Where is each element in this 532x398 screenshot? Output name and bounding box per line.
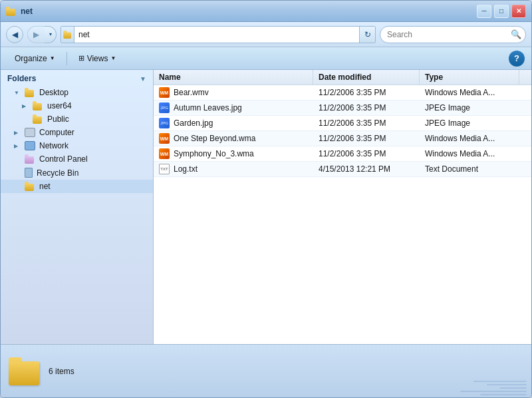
sidebar-label-recycle-bin: Recycle Bin	[37, 168, 78, 178]
file-name: Log.txt	[174, 164, 198, 174]
file-date-cell: 11/2/2006 3:35 PM	[313, 86, 420, 99]
file-size-cell: 505 KB	[519, 116, 531, 130]
file-date-cell: 11/2/2006 3:35 PM	[313, 116, 420, 130]
views-arrow: ▼	[110, 55, 116, 61]
bottom-folder-icon	[9, 357, 41, 385]
sidebar-item-recycle-bin[interactable]: Recycle Bin	[1, 166, 153, 180]
sidebar-label-computer: Computer	[39, 128, 74, 137]
expander-user64[interactable]: ▶	[22, 103, 29, 109]
file-type-cell: Windows Media A...	[420, 86, 519, 99]
status-bar: 6 items	[1, 344, 531, 397]
maximize-button[interactable]: □	[494, 5, 509, 18]
table-row[interactable]: WM Bear.wmv 11/2/2006 3:35 PM Windows Me…	[154, 85, 531, 100]
views-icon: ⊞	[78, 54, 84, 63]
recycle-bin-icon	[25, 168, 33, 178]
sidebar-label-user64: user64	[47, 101, 72, 110]
column-date[interactable]: Date modified	[313, 70, 420, 85]
file-size-cell: 7,234 KB	[519, 132, 531, 145]
search-box: 🔍	[380, 26, 526, 43]
file-name: Autumn Leaves.jpg	[174, 103, 242, 112]
main-content: Folders ▼ ▼ Desktop ▶ user64	[1, 70, 531, 344]
sidebar-label-net: net	[39, 182, 51, 191]
watermark	[460, 381, 527, 395]
sidebar-item-network[interactable]: ▶ Network	[1, 139, 153, 152]
sidebar-label-network: Network	[39, 141, 68, 150]
table-row[interactable]: JPG Garden.jpg 11/2/2006 3:35 PM JPEG Im…	[154, 116, 531, 131]
title-bar: net ─ □ ✕	[1, 1, 531, 22]
file-name-cell: WM One Step Beyond.wma	[154, 131, 313, 146]
window: net ─ □ ✕ ◀ ▶ ▾ ↻ 🔍	[0, 0, 532, 398]
sidebar-label-desktop: Desktop	[39, 88, 68, 97]
window-icon	[6, 7, 17, 16]
table-row[interactable]: WM One Step Beyond.wma 11/2/2006 3:35 PM…	[154, 131, 531, 146]
wma-file-icon: WM	[159, 87, 170, 98]
sidebar-item-user64[interactable]: ▶ user64	[1, 99, 153, 112]
column-size[interactable]: Size	[519, 70, 531, 85]
network-icon	[25, 141, 35, 150]
list-header: Name Date modified Type Size	[154, 70, 531, 85]
sidebar-label-control-panel: Control Panel	[39, 154, 88, 164]
status-text: 6 items	[49, 367, 74, 376]
jpg-file-icon: JPG	[159, 118, 170, 128]
organize-arrow: ▼	[50, 55, 55, 61]
address-bar[interactable]: ↻	[61, 26, 376, 43]
file-date-cell: 11/2/2006 3:35 PM	[313, 147, 420, 160]
address-folder-icon	[61, 26, 74, 43]
net-folder-icon	[25, 182, 35, 191]
search-button[interactable]: 🔍	[507, 27, 525, 43]
file-size-cell: 7,047 KB	[519, 147, 531, 160]
views-button[interactable]: ⊞ Views ▼	[71, 50, 124, 67]
file-name-cell: JPG Garden.jpg	[154, 116, 313, 130]
table-row[interactable]: JPG Autumn Leaves.jpg 11/2/2006 3:35 PM …	[154, 100, 531, 116]
help-button[interactable]: ?	[509, 51, 525, 67]
sidebar-item-desktop[interactable]: ▼ Desktop	[1, 86, 153, 99]
title-bar-left: net	[6, 7, 33, 16]
search-input[interactable]	[380, 30, 507, 39]
file-name: One Step Beyond.wma	[174, 134, 255, 143]
file-name-cell: WM Bear.wmv	[154, 85, 313, 100]
file-name: Bear.wmv	[174, 88, 209, 97]
file-name: Garden.jpg	[174, 118, 213, 128]
organize-button[interactable]: Organize ▼	[7, 50, 63, 67]
file-size-cell: 8 KB	[519, 162, 531, 176]
toolbar-right: ?	[509, 51, 525, 67]
file-type-cell: Windows Media A...	[420, 132, 519, 145]
sidebar-item-computer[interactable]: ▶ Computer	[1, 126, 153, 139]
back-button[interactable]: ◀	[6, 26, 23, 43]
toolbar: Organize ▼ ⊞ Views ▼ ?	[1, 47, 531, 70]
jpg-file-icon: JPG	[159, 102, 170, 113]
expander-network[interactable]: ▶	[14, 143, 21, 149]
computer-icon	[25, 128, 35, 137]
forward-button[interactable]: ▶	[27, 26, 45, 43]
sidebar-title: Folders	[7, 74, 36, 83]
toolbar-separator	[66, 52, 67, 65]
file-rows-container: WM Bear.wmv 11/2/2006 3:35 PM Windows Me…	[154, 85, 531, 177]
column-type[interactable]: Type	[420, 70, 519, 85]
sidebar-item-control-panel[interactable]: Control Panel	[1, 152, 153, 166]
table-row[interactable]: TXT Log.txt 4/15/2013 12:21 PM Text Docu…	[154, 162, 531, 177]
organize-label: Organize	[15, 54, 47, 63]
wma-file-icon: WM	[159, 133, 170, 144]
window-title: net	[21, 7, 33, 16]
txt-file-icon: TXT	[159, 164, 170, 174]
sidebar-item-public[interactable]: Public	[1, 112, 153, 126]
expander-desktop[interactable]: ▼	[14, 90, 21, 96]
sidebar-collapse-button[interactable]: ▼	[140, 75, 146, 83]
minimize-button[interactable]: ─	[477, 5, 491, 18]
expander-computer[interactable]: ▶	[14, 130, 21, 136]
navigation-bar: ◀ ▶ ▾ ↻ 🔍	[1, 22, 531, 47]
address-input[interactable]	[74, 30, 359, 39]
table-row[interactable]: WM Symphony_No_3.wma 11/2/2006 3:35 PM W…	[154, 146, 531, 162]
sidebar-item-net[interactable]: net	[1, 180, 153, 193]
column-name[interactable]: Name	[154, 70, 313, 85]
user64-folder-icon	[33, 101, 43, 110]
file-type-cell: JPEG Image	[420, 116, 519, 130]
go-button[interactable]: ↻	[359, 26, 375, 43]
sidebar-label-public: Public	[47, 114, 69, 124]
public-folder-icon	[33, 114, 43, 124]
title-controls: ─ □ ✕	[477, 5, 526, 18]
close-button[interactable]: ✕	[511, 5, 526, 18]
forward-dropdown-button[interactable]: ▾	[45, 26, 57, 43]
file-name-cell: TXT Log.txt	[154, 162, 313, 176]
file-list: Name Date modified Type Size WM Bear.wmv…	[154, 70, 531, 344]
